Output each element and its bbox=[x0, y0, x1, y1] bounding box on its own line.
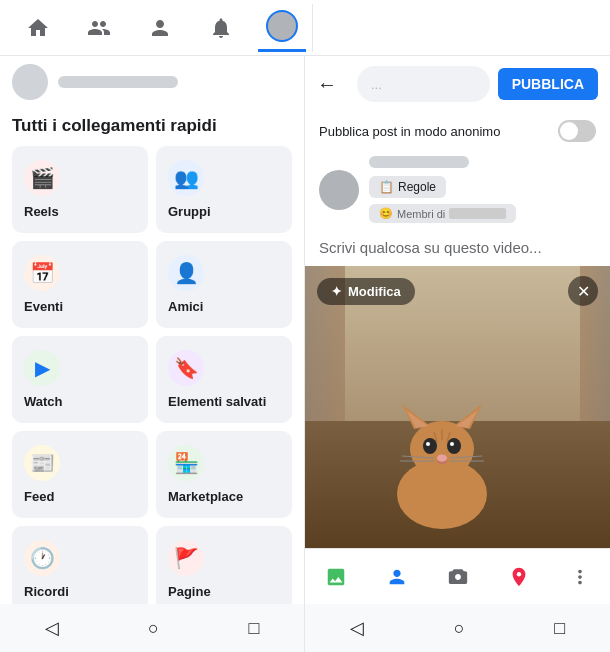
shortcut-grid: 🎬 Reels 👥 Gruppi 📅 Eventi 👤 Amici ▶ Watc… bbox=[0, 146, 304, 604]
right-bottom-bar bbox=[305, 548, 610, 604]
grid-item-pagine[interactable]: 🚩 Pagine bbox=[156, 526, 292, 604]
smiley-icon: 😊 bbox=[379, 207, 393, 220]
user-info-row: 📋 Regole 😊 Membri di ████████ bbox=[305, 150, 610, 229]
grid-item-gruppi[interactable]: 👥 Gruppi bbox=[156, 146, 292, 233]
ricordi-icon: 🕐 bbox=[24, 540, 60, 576]
pagine-label: Pagine bbox=[168, 584, 211, 599]
android-recent-right[interactable]: □ bbox=[554, 618, 565, 639]
rules-icon: 📋 bbox=[379, 180, 394, 194]
members-row: 😊 Membri di ████████ bbox=[369, 204, 516, 223]
right-panel: ← ... PUBBLICA Pubblica post in modo ano… bbox=[305, 56, 610, 604]
grid-item-elementi-salvati[interactable]: 🔖 Elementi salvati bbox=[156, 336, 292, 423]
members-blurred: ████████ bbox=[449, 208, 506, 219]
eventi-icon: 📅 bbox=[24, 255, 60, 291]
grid-item-watch[interactable]: ▶ Watch bbox=[12, 336, 148, 423]
section-title: Tutti i collegamenti rapidi bbox=[0, 108, 304, 146]
gruppi-label: Gruppi bbox=[168, 204, 211, 219]
gruppi-icon: 👥 bbox=[168, 160, 204, 196]
svg-point-9 bbox=[450, 442, 454, 446]
grid-item-ricordi[interactable]: 🕐 Ricordi bbox=[12, 526, 148, 604]
user-avatar bbox=[319, 170, 359, 210]
grid-item-reels[interactable]: 🎬 Reels bbox=[12, 146, 148, 233]
photo-icon[interactable] bbox=[314, 555, 358, 599]
cat-image bbox=[382, 374, 502, 538]
anon-toggle[interactable] bbox=[558, 120, 596, 142]
grid-item-feed[interactable]: 📰 Feed bbox=[12, 431, 148, 518]
reels-label: Reels bbox=[24, 204, 59, 219]
close-video-button[interactable]: ✕ bbox=[568, 276, 598, 306]
modifica-label: Modifica bbox=[348, 284, 401, 299]
profile-name-bar bbox=[58, 76, 178, 88]
amici-label: Amici bbox=[168, 299, 203, 314]
nav-avatar[interactable] bbox=[258, 4, 306, 52]
rules-button[interactable]: 📋 Regole bbox=[369, 176, 446, 198]
grid-item-eventi[interactable]: 📅 Eventi bbox=[12, 241, 148, 328]
watch-icon: ▶ bbox=[24, 350, 60, 386]
anon-row: Pubblica post in modo anonimo bbox=[305, 112, 610, 150]
left-panel: Tutti i collegamenti rapidi 🎬 Reels 👥 Gr… bbox=[0, 56, 305, 604]
grid-item-amici[interactable]: 👤 Amici bbox=[156, 241, 292, 328]
amici-icon: 👤 bbox=[168, 255, 204, 291]
grid-item-marketplace[interactable]: 🏪 Marketplace bbox=[156, 431, 292, 518]
location-icon[interactable] bbox=[497, 555, 541, 599]
feed-icon: 📰 bbox=[24, 445, 60, 481]
right-top-bar: ← ... PUBBLICA bbox=[305, 56, 610, 112]
nav-profile[interactable] bbox=[136, 4, 184, 52]
profile-row[interactable] bbox=[0, 56, 304, 108]
reels-icon: 🎬 bbox=[24, 160, 60, 196]
tag-icon[interactable] bbox=[375, 555, 419, 599]
nav-people[interactable] bbox=[75, 4, 123, 52]
left-android-nav: ◁ ○ □ bbox=[0, 604, 305, 652]
watch-label: Watch bbox=[24, 394, 63, 409]
modifica-button[interactable]: ✦ Modifica bbox=[317, 278, 415, 305]
android-recent-left[interactable]: □ bbox=[248, 618, 259, 639]
split-bottom-nav: ◁ ○ □ ◁ ○ □ bbox=[0, 604, 610, 652]
svg-point-10 bbox=[437, 455, 447, 462]
svg-point-6 bbox=[423, 438, 437, 454]
video-container: ✦ Modifica ✕ bbox=[305, 266, 610, 548]
pubblica-button[interactable]: PUBBLICA bbox=[498, 68, 598, 100]
top-nav bbox=[0, 0, 610, 56]
android-home-left[interactable]: ○ bbox=[148, 618, 159, 639]
svg-point-8 bbox=[426, 442, 430, 446]
back-button[interactable]: ← bbox=[317, 73, 349, 96]
members-label: Membri di bbox=[397, 208, 445, 220]
search-placeholder: ... bbox=[371, 77, 382, 92]
user-name-bar bbox=[369, 156, 469, 168]
modifica-icon: ✦ bbox=[331, 284, 342, 299]
profile-avatar bbox=[12, 64, 48, 100]
main-content: Tutti i collegamenti rapidi 🎬 Reels 👥 Gr… bbox=[0, 56, 610, 604]
user-details: 📋 Regole 😊 Membri di ████████ bbox=[369, 156, 596, 223]
video-top-bar: ✦ Modifica ✕ bbox=[305, 266, 610, 316]
android-back-right[interactable]: ◁ bbox=[350, 617, 364, 639]
eventi-label: Eventi bbox=[24, 299, 63, 314]
svg-point-7 bbox=[447, 438, 461, 454]
anon-label: Pubblica post in modo anonimo bbox=[319, 124, 500, 139]
ricordi-label: Ricordi bbox=[24, 584, 69, 599]
rules-label: Regole bbox=[398, 180, 436, 194]
android-back-left[interactable]: ◁ bbox=[45, 617, 59, 639]
nav-home[interactable] bbox=[14, 4, 62, 52]
pagine-icon: 🚩 bbox=[168, 540, 204, 576]
feed-label: Feed bbox=[24, 489, 54, 504]
right-android-nav: ◁ ○ □ bbox=[305, 604, 610, 652]
elementi-icon: 🔖 bbox=[168, 350, 204, 386]
elementi-label: Elementi salvati bbox=[168, 394, 266, 409]
android-home-right[interactable]: ○ bbox=[454, 618, 465, 639]
write-area[interactable]: Scrivi qualcosa su questo video... bbox=[305, 229, 610, 266]
camera-icon[interactable] bbox=[436, 555, 480, 599]
more-options-icon[interactable] bbox=[558, 555, 602, 599]
nav-bell[interactable] bbox=[197, 4, 245, 52]
marketplace-icon: 🏪 bbox=[168, 445, 204, 481]
search-bar[interactable]: ... bbox=[357, 66, 490, 102]
marketplace-label: Marketplace bbox=[168, 489, 243, 504]
